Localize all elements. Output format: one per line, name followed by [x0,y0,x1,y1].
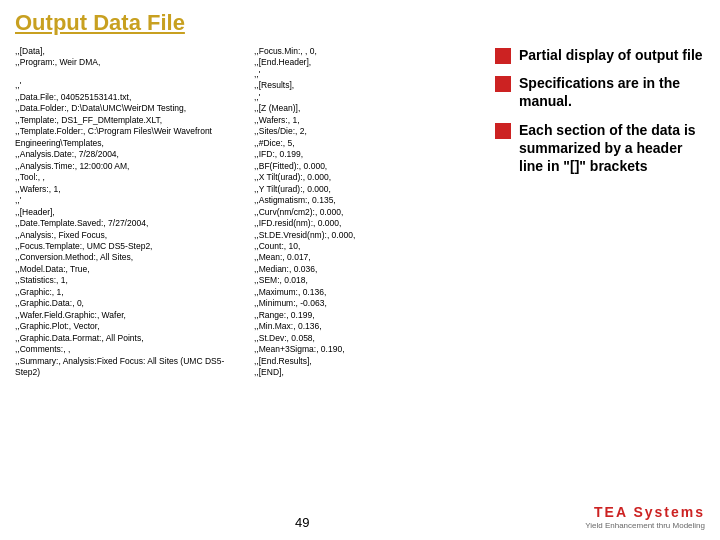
brand-name: TEA Systems [594,504,705,520]
bullet-list: Partial display of output file Specifica… [495,46,705,185]
bullet-text-3: Each section of the data is summarized b… [519,121,705,176]
bullet-item-3: Each section of the data is summarized b… [495,121,705,176]
right-panel: Partial display of output file Specifica… [495,46,705,497]
bullet-text-2: Specifications are in the manual. [519,74,705,110]
page-title: Output Data File [15,10,705,36]
brand-tagline: Yield Enhancement thru Modeling [585,521,705,530]
bullet-text-1: Partial display of output file [519,46,703,64]
code-column-1: ,,[Data], ,,Program:, Weir DMA, ,,' ,,Da… [15,46,246,497]
bullet-icon-2 [495,76,511,92]
bullet-item-2: Specifications are in the manual. [495,74,705,110]
bullet-item-1: Partial display of output file [495,46,705,64]
page: Output Data File ,,[Data], ,,Program:, W… [0,0,720,540]
page-number: 49 [295,515,309,530]
main-content: ,,[Data], ,,Program:, Weir DMA, ,,' ,,Da… [15,46,705,497]
code-section: ,,[Data], ,,Program:, Weir DMA, ,,' ,,Da… [15,46,485,497]
bullet-icon-3 [495,123,511,139]
code-column-2: ,,Focus.Min:, , 0, ,,[End.Header], ,,' ,… [254,46,485,497]
tea-logo: TEA Systems Yield Enhancement thru Model… [585,503,705,530]
footer: 49 TEA Systems Yield Enhancement thru Mo… [15,503,705,530]
bullet-icon-1 [495,48,511,64]
